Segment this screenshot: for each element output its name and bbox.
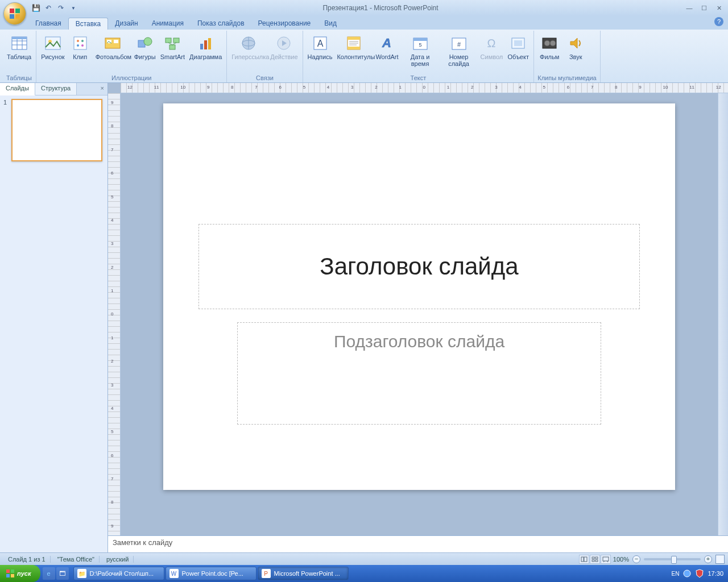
- ribbon-btn-label: Символ: [481, 53, 503, 60]
- ribbon-btn-smartart[interactable]: SmartArt: [159, 33, 186, 61]
- ribbon-btn-sound[interactable]: Звук: [564, 33, 588, 61]
- ribbon-tab-0[interactable]: Главная: [28, 18, 68, 30]
- ribbon-btn-label: Номер слайда: [442, 53, 476, 67]
- ribbon-group-0: ТаблицаТаблицы: [2, 31, 36, 82]
- ribbon-group-label: Текст: [307, 74, 531, 82]
- subtitle-placeholder[interactable]: Подзаголовок слайда: [237, 322, 601, 425]
- ribbon-btn-table[interactable]: Таблица: [6, 33, 32, 61]
- taskbar-task-1[interactable]: WPower Point.doc [Ре...: [166, 567, 257, 580]
- office-button[interactable]: [3, 2, 26, 25]
- ribbon-btn-label: WordArt: [375, 53, 398, 60]
- ribbon-btn-picture[interactable]: Рисунок: [40, 33, 66, 61]
- ribbon-btn-label: Дата и время: [403, 53, 437, 67]
- zoom-slider[interactable]: [644, 558, 701, 560]
- clock: 17:30: [708, 570, 723, 577]
- task-app-icon: 📁: [77, 569, 86, 578]
- ribbon-btn-label: Фотоальбом: [96, 53, 130, 60]
- tray-icon[interactable]: [682, 569, 692, 578]
- view-slideshow-icon[interactable]: [601, 555, 611, 564]
- ribbon-btn-label: Колонтитулы: [337, 53, 371, 60]
- svg-rect-61: [603, 557, 609, 561]
- start-button[interactable]: пуск: [0, 565, 40, 582]
- status-slide-info: Слайд 1 из 1: [3, 556, 51, 563]
- ribbon-btn-headerfooter[interactable]: Колонтитулы: [336, 33, 372, 61]
- ribbon-group-1: РисунокКлипФотоальбомФигурыSmartArtДиагр…: [36, 31, 227, 82]
- ribbon-btn-label: SmartArt: [160, 53, 185, 60]
- view-sorter-icon[interactable]: [590, 555, 600, 564]
- ribbon-btn-shapes[interactable]: Фигуры: [133, 33, 157, 61]
- ribbon-btn-label: Диаграмма: [189, 53, 222, 60]
- ribbon-btn-clip[interactable]: Клип: [68, 33, 92, 61]
- quicklaunch-ie-icon[interactable]: e: [43, 567, 55, 580]
- ribbon-btn-label: Фигуры: [134, 53, 156, 60]
- ribbon-tab-1[interactable]: Вставка: [68, 18, 109, 30]
- textbox-icon: [311, 34, 329, 52]
- redo-icon[interactable]: ↷: [56, 3, 66, 13]
- panel-close-icon[interactable]: ×: [97, 83, 107, 95]
- zoom-level: 100%: [613, 556, 629, 563]
- vertical-scrollbar[interactable]: [718, 93, 728, 535]
- svg-rect-55: [581, 557, 584, 562]
- horizontal-ruler: 1211109876543210123456789101112: [121, 83, 728, 93]
- windows-logo-icon: [6, 569, 15, 578]
- ribbon: ТаблицаТаблицыРисунокКлипФотоальбомФигур…: [0, 30, 728, 83]
- zoom-out-button[interactable]: −: [632, 555, 640, 563]
- zoom-in-button[interactable]: +: [704, 555, 712, 563]
- ribbon-tab-4[interactable]: Показ слайдов: [191, 18, 251, 30]
- maximize-button[interactable]: ☐: [697, 3, 711, 13]
- ribbon-btn-label: Звук: [569, 53, 582, 60]
- ribbon-btn-label: Клип: [73, 53, 87, 60]
- task-label: Power Point.doc [Ре...: [182, 570, 243, 577]
- status-bar: Слайд 1 из 1 "Тема Office" русский 100% …: [0, 552, 728, 565]
- ribbon-btn-slidenum[interactable]: Номер слайда: [441, 33, 477, 68]
- tray-shield-icon[interactable]: [695, 569, 704, 578]
- panel-tab-slides[interactable]: Слайды: [0, 83, 35, 95]
- undo-icon[interactable]: ↶: [43, 3, 53, 13]
- ribbon-tab-3[interactable]: Анимация: [145, 18, 191, 30]
- datetime-icon: [411, 34, 429, 52]
- ribbon-btn-chart[interactable]: Диаграмма: [188, 33, 223, 61]
- ribbon-btn-object[interactable]: Объект: [506, 33, 530, 61]
- notes-placeholder: Заметки к слайду: [113, 538, 172, 547]
- slide-canvas-area: Заголовок слайда Подзаголовок слайда: [121, 93, 718, 535]
- close-button[interactable]: ✕: [712, 3, 726, 13]
- ribbon-btn-wordart[interactable]: WordArt: [374, 33, 399, 61]
- action-icon: [275, 34, 293, 52]
- taskbar-task-0[interactable]: 📁D:\Рабочий Стол\шп...: [73, 567, 164, 580]
- svg-rect-59: [592, 560, 594, 562]
- windows-taskbar: пуск e 🗔 📁D:\Рабочий Стол\шп...WPower Po…: [0, 565, 728, 582]
- qat-dropdown-icon[interactable]: ▼: [68, 3, 78, 13]
- quick-access-toolbar: 💾 ↶ ↷ ▼: [31, 3, 78, 13]
- ribbon-btn-datetime[interactable]: Дата и время: [402, 33, 439, 68]
- slide-thumbnail[interactable]: [11, 99, 102, 161]
- ribbon-tab-2[interactable]: Дизайн: [108, 18, 144, 30]
- ribbon-tab-6[interactable]: Вид: [317, 18, 344, 30]
- save-icon[interactable]: 💾: [31, 3, 41, 13]
- view-normal-icon[interactable]: [579, 555, 589, 564]
- title-bar: 💾 ↶ ↷ ▼ Презентация1 - Microsoft PowerPo…: [0, 0, 728, 16]
- svg-rect-60: [595, 560, 598, 562]
- shapes-icon: [136, 34, 154, 52]
- title-placeholder[interactable]: Заголовок слайда: [198, 224, 640, 309]
- slide[interactable]: Заголовок слайда Подзаголовок слайда: [163, 103, 675, 490]
- language-indicator[interactable]: EN: [672, 571, 680, 577]
- ribbon-btn-textbox[interactable]: Надпись: [307, 33, 334, 61]
- table-icon: [10, 34, 28, 52]
- panel-tab-outline[interactable]: Структура: [35, 83, 77, 95]
- fit-to-window-icon[interactable]: [715, 555, 725, 564]
- ribbon-btn-movie[interactable]: Фильм: [537, 33, 561, 61]
- ribbon-btn-hyperlink: Гиперссылка: [230, 33, 267, 61]
- minimize-button[interactable]: —: [682, 3, 696, 13]
- smartart-icon: [163, 34, 181, 52]
- movie-icon: [540, 34, 559, 52]
- ribbon-tab-5[interactable]: Рецензирование: [251, 18, 318, 30]
- vertical-ruler: 9876543210123456789: [108, 93, 121, 535]
- ribbon-btn-photoalbum[interactable]: Фотоальбом: [94, 33, 131, 61]
- taskbar-task-2[interactable]: PMicrosoft PowerPoint ...: [258, 567, 349, 580]
- ribbon-group-label: Таблицы: [6, 74, 32, 82]
- quicklaunch-desktop-icon[interactable]: 🗔: [56, 567, 69, 580]
- task-label: D:\Рабочий Стол\шп...: [90, 570, 154, 577]
- notes-pane[interactable]: Заметки к слайду: [108, 535, 728, 552]
- ribbon-group-label: Связи: [230, 74, 299, 82]
- help-icon[interactable]: ?: [714, 17, 723, 26]
